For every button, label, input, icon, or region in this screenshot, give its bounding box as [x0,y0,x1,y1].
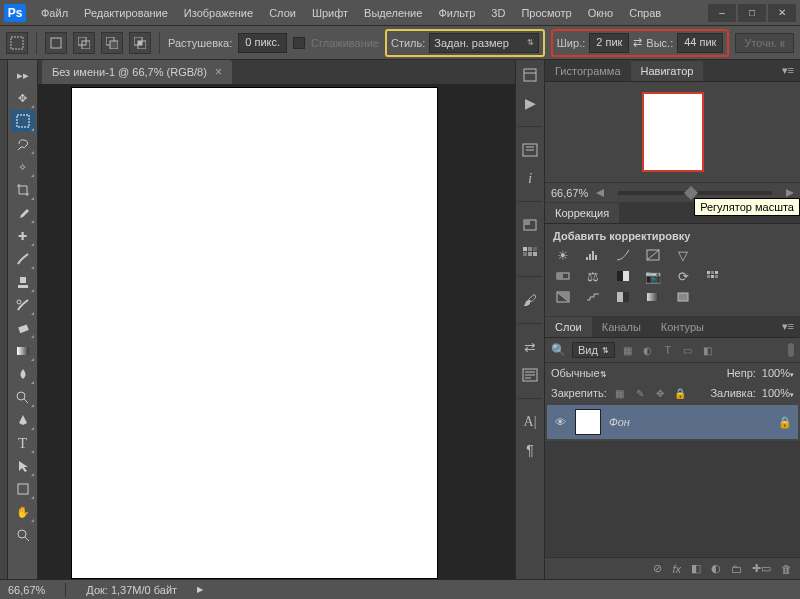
lock-all-icon[interactable]: 🔒 [673,387,687,399]
lock-position-icon[interactable]: ✥ [653,387,667,399]
menu-filter[interactable]: Фильтр [431,3,482,23]
vibrance-icon[interactable]: ▽ [673,247,693,263]
swap-wh-icon[interactable]: ⇄ [633,36,642,49]
status-doc-info[interactable]: Док: 1,37M/0 байт [86,584,177,596]
navigator-thumbnail[interactable] [642,92,704,172]
crop-tool[interactable] [11,179,35,201]
navigator-tab[interactable]: Навигатор [631,61,704,81]
zoom-tool[interactable] [11,524,35,546]
history-brush-tool[interactable] [11,294,35,316]
blur-tool[interactable] [11,363,35,385]
tool-preset-icon[interactable] [6,32,28,54]
filter-adjust-icon[interactable]: ◐ [641,344,655,356]
color-panel-icon[interactable] [520,216,540,234]
hue-icon[interactable] [553,268,573,284]
styles-panel-icon[interactable]: ⇄ [520,338,540,356]
lock-paint-icon[interactable]: ✎ [633,387,647,399]
width-input[interactable]: 2 пик [589,33,629,53]
add-selection-icon[interactable] [73,32,95,54]
path-select-tool[interactable] [11,455,35,477]
new-fill-icon[interactable]: ◐ [711,562,721,575]
lasso-tool[interactable] [11,133,35,155]
exposure-icon[interactable] [643,247,663,263]
type-tool[interactable]: T [11,432,35,454]
antialias-checkbox[interactable] [293,37,305,49]
menu-help[interactable]: Справ [622,3,668,23]
expand-tools-icon[interactable]: ▸▸ [11,64,35,86]
paragraph-panel-icon[interactable] [520,366,540,384]
subtract-selection-icon[interactable] [101,32,123,54]
layer-name[interactable]: Фон [609,416,630,428]
color-balance-icon[interactable]: ⚖ [583,268,603,284]
menu-view[interactable]: Просмотр [514,3,578,23]
invert-icon[interactable] [553,289,573,305]
eraser-tool[interactable] [11,317,35,339]
paths-tab[interactable]: Контуры [651,317,714,337]
menu-type[interactable]: Шрифт [305,3,355,23]
layers-tab[interactable]: Слои [545,317,592,337]
shape-tool[interactable] [11,478,35,500]
brushes-panel-icon[interactable]: 🖌 [520,291,540,309]
close-tab-icon[interactable]: × [215,65,222,79]
close-button[interactable]: ✕ [768,4,796,22]
layer-fx-icon[interactable]: fx [672,563,681,575]
zoom-in-icon[interactable] [786,189,794,197]
brightness-icon[interactable]: ☀ [553,247,573,263]
paragraph-styles-icon[interactable]: ¶ [520,441,540,459]
selective-color-icon[interactable] [673,289,693,305]
maximize-button[interactable]: □ [738,4,766,22]
minimize-button[interactable]: – [708,4,736,22]
panel-menu-icon[interactable]: ▾≡ [776,316,800,337]
fill-input[interactable]: 100%▾ [762,387,794,399]
filter-smart-icon[interactable]: ◧ [701,344,715,356]
layer-mask-icon[interactable]: ◧ [691,562,701,575]
gradient-tool[interactable] [11,340,35,362]
character-panel-icon[interactable] [520,141,540,159]
bw-icon[interactable] [613,268,633,284]
filter-type-icon[interactable]: T [661,344,675,356]
pen-tool[interactable] [11,409,35,431]
curves-icon[interactable] [613,247,633,263]
threshold-icon[interactable] [613,289,633,305]
layer-visibility-icon[interactable]: 👁 [553,415,567,429]
lookup-icon[interactable] [703,268,723,284]
zoom-out-icon[interactable] [596,189,604,197]
levels-icon[interactable] [583,247,603,263]
filter-kind-select[interactable]: Вид⇅ [572,342,615,358]
info-panel-icon[interactable]: i [520,169,540,187]
canvas[interactable] [72,88,437,578]
link-layers-icon[interactable]: ⊘ [653,562,662,575]
canvas-viewport[interactable] [38,84,515,579]
posterize-icon[interactable] [583,289,603,305]
menu-3d[interactable]: 3D [484,3,512,23]
intersect-selection-icon[interactable] [129,32,151,54]
search-icon[interactable]: 🔍 [551,343,566,357]
new-selection-icon[interactable] [45,32,67,54]
opacity-input[interactable]: 100%▾ [762,367,794,379]
history-panel-icon[interactable] [520,66,540,84]
delete-layer-icon[interactable]: 🗑 [781,563,792,575]
status-zoom[interactable]: 66,67% [8,584,45,596]
channels-tab[interactable]: Каналы [592,317,651,337]
menu-layer[interactable]: Слои [262,3,303,23]
height-input[interactable]: 44 пик [677,33,723,53]
correction-tab[interactable]: Коррекция [545,203,619,223]
eyedropper-tool[interactable] [11,202,35,224]
layer-row-background[interactable]: 👁 Фон 🔒 [547,405,798,439]
new-group-icon[interactable]: 🗀 [731,563,742,575]
channel-mixer-icon[interactable]: ⟳ [673,268,693,284]
wand-tool[interactable]: ✧ [11,156,35,178]
type-styles-icon[interactable]: A| [520,413,540,431]
photo-filter-icon[interactable]: 📷 [643,268,663,284]
menu-edit[interactable]: Редактирование [77,3,175,23]
move-tool[interactable]: ✥ [11,87,35,109]
healing-tool[interactable]: ✚ [11,225,35,247]
status-arrow-icon[interactable]: ▶ [197,585,203,594]
filter-toggle[interactable] [788,343,794,357]
zoom-slider[interactable] [618,191,772,195]
menu-window[interactable]: Окно [581,3,621,23]
style-select[interactable]: Задан. размер ⇅ [429,33,538,53]
navigator-zoom-value[interactable]: 66,67% [551,187,588,199]
brush-tool[interactable] [11,248,35,270]
lock-icon[interactable]: 🔒 [778,416,792,429]
